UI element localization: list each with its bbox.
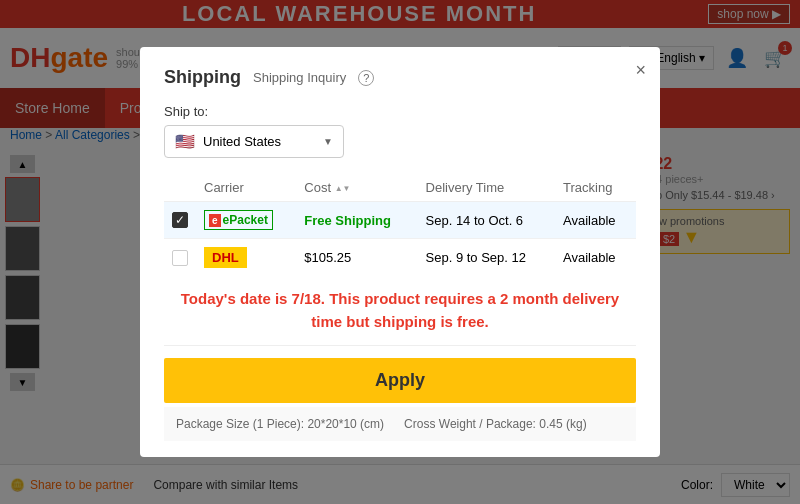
row1-checkbox-cell[interactable]: ✓ xyxy=(164,202,196,239)
row1-cost-cell: Free Shipping xyxy=(296,202,417,239)
table-row: ✓ e ePacket Free Shipping xyxy=(164,202,636,239)
epacket-e-icon: e xyxy=(209,214,221,227)
country-name: United States xyxy=(203,134,315,149)
table-row: DHL $105.25 Sep. 9 to Sep. 12 Available xyxy=(164,239,636,277)
epacket-text: ePacket xyxy=(223,213,268,227)
table-header-tracking: Tracking xyxy=(555,174,636,202)
modal-title: Shipping xyxy=(164,67,241,88)
modal-close-button[interactable]: × xyxy=(635,61,646,79)
row1-tracking-cell: Available xyxy=(555,202,636,239)
shipping-table: Carrier Cost ▲▼ Delivery Time Tracking ✓ xyxy=(164,174,636,276)
sort-arrows-icon[interactable]: ▲▼ xyxy=(335,185,351,193)
row2-cost-cell: $105.25 xyxy=(296,239,417,277)
chevron-down-icon: ▼ xyxy=(323,136,333,147)
row1-delivery-cell: Sep. 14 to Oct. 6 xyxy=(418,202,556,239)
row1-delivery: Sep. 14 to Oct. 6 xyxy=(426,213,524,228)
ship-to-label: Ship to: xyxy=(164,104,636,119)
row1-tracking: Available xyxy=(563,213,616,228)
epacket-carrier: e ePacket xyxy=(204,210,288,230)
table-header-cost: Cost ▲▼ xyxy=(296,174,417,202)
row1-checkbox[interactable]: ✓ xyxy=(172,212,188,228)
table-header-delivery: Delivery Time xyxy=(418,174,556,202)
dhl-carrier: DHL xyxy=(204,247,288,268)
row1-cost: Free Shipping xyxy=(304,213,391,228)
divider xyxy=(164,345,636,346)
modal-overlay: Shipping Shipping Inquiry ? × Ship to: 🇺… xyxy=(0,0,800,504)
table-header-select xyxy=(164,174,196,202)
row2-cost: $105.25 xyxy=(304,250,351,265)
shipping-inquiry-link[interactable]: Shipping Inquiry xyxy=(253,70,346,85)
table-header-carrier: Carrier xyxy=(196,174,296,202)
row2-tracking: Available xyxy=(563,250,616,265)
row2-delivery-cell: Sep. 9 to Sep. 12 xyxy=(418,239,556,277)
modal-header: Shipping Shipping Inquiry ? xyxy=(164,67,636,88)
row1-carrier-cell: e ePacket xyxy=(196,202,296,239)
epacket-logo: e ePacket xyxy=(204,210,273,230)
package-info: Package Size (1 Piece): 20*20*10 (cm) Cr… xyxy=(164,407,636,441)
row2-delivery: Sep. 9 to Sep. 12 xyxy=(426,250,526,265)
row2-tracking-cell: Available xyxy=(555,239,636,277)
country-selector[interactable]: 🇺🇸 United States ▼ xyxy=(164,125,344,158)
us-flag: 🇺🇸 xyxy=(175,132,195,151)
package-size: Package Size (1 Piece): 20*20*10 (cm) xyxy=(176,417,384,431)
row2-carrier-cell: DHL xyxy=(196,239,296,277)
shipping-modal: Shipping Shipping Inquiry ? × Ship to: 🇺… xyxy=(140,47,660,457)
help-icon[interactable]: ? xyxy=(358,70,374,86)
warning-message: Today's date is 7/18. This product requi… xyxy=(164,288,636,333)
row2-checkbox[interactable] xyxy=(172,250,188,266)
apply-button[interactable]: Apply xyxy=(164,358,636,403)
cross-weight: Cross Weight / Package: 0.45 (kg) xyxy=(404,417,587,431)
row2-checkbox-cell[interactable] xyxy=(164,239,196,277)
dhl-logo: DHL xyxy=(204,247,247,268)
